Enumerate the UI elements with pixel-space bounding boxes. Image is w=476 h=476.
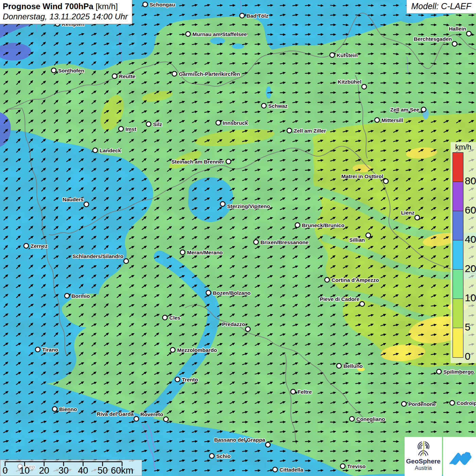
legend-tick-label: 40 [465, 234, 476, 244]
scale-tick-label: 30 [58, 466, 69, 475]
mountain-cloud-icon [446, 443, 473, 470]
city-label: Murnau am Staffelsee [192, 31, 247, 37]
city-label: Cles [169, 315, 181, 321]
title-unit: [km/h] [94, 2, 118, 11]
legend-tick-label: 10 [465, 293, 476, 303]
legend-segment [453, 211, 463, 240]
city-label: Kitzbühel [338, 79, 361, 85]
city-label: Mittersill [381, 117, 403, 123]
city-label: Codroipo [457, 400, 476, 406]
city-marker: Reutte [112, 73, 136, 79]
page-title: Prognose Wind 700hPa [km/h] [3, 2, 128, 11]
legend-title: km/h [451, 143, 476, 152]
city-marker: Trento [175, 377, 198, 382]
city-marker: Zernez [24, 243, 48, 249]
scale-tick-label: 20 [39, 466, 49, 475]
city-label: Belluno [343, 363, 363, 369]
city-label: Cittadella [279, 467, 303, 473]
legend-tick-label: 5 [465, 322, 471, 332]
model-label: Modell: C-LAEF [411, 1, 471, 11]
city-label: Zernez [31, 243, 48, 249]
scale-bar: 0102030405060km [0, 460, 142, 476]
city-label: Bozen/Bolzano [213, 290, 251, 296]
city-label: Schwaz [268, 103, 288, 109]
model-box: Modell: C-LAEF [406, 0, 476, 14]
city-marker: Bruneck/Brunico [295, 222, 344, 228]
legend-segment [453, 299, 463, 328]
city-label: Predazzo [222, 321, 245, 327]
city-label: Nauders [63, 197, 84, 202]
city-label: Treviso [347, 463, 366, 469]
city-label: Bormio [71, 293, 90, 299]
city-marker: Imst [119, 126, 136, 132]
city-marker: Feltre [291, 389, 312, 395]
legend-tick-label: 0 [465, 351, 471, 361]
scale-tick-label: 60km [111, 466, 133, 475]
partner-logo-box [443, 437, 476, 476]
legend-segment [453, 328, 463, 357]
city-label: Riva del Garda [97, 411, 134, 417]
city-label: Brixen/Bressanone [260, 239, 309, 245]
city-label: Innsbruck [223, 120, 248, 126]
city-label: Reutte [119, 73, 136, 79]
city-marker: Schio [209, 453, 231, 459]
city-label: Steinach am Brenner [171, 159, 224, 165]
geosphere-contours-icon [414, 438, 432, 457]
title-box: Prognose Wind 700hPa [km/h] Donnerstag, … [0, 0, 132, 24]
city-label: Sonthofen [58, 68, 84, 73]
city-label: Conegliano [356, 416, 385, 422]
city-label: Zell am See [390, 107, 420, 113]
legend-color-bar [453, 152, 463, 358]
city-marker: Mezzolombardo [170, 347, 217, 353]
city-label: Sterzing/Vipiteno [227, 203, 270, 209]
city-label: Spilimbergo [443, 369, 474, 375]
scale-tick-label: 50 [98, 466, 108, 475]
city-label: Zell am Ziller [294, 128, 326, 134]
city-label: Cortina d'Ampezzo [332, 277, 379, 283]
city-label: Kufstein [337, 52, 358, 58]
legend-segment [453, 270, 463, 299]
city-label: Hallein [449, 26, 466, 32]
geosphere-country: Austria [405, 465, 442, 471]
city-label: Mezzolombardo [177, 347, 217, 353]
legend-tick-label: 60 [465, 205, 476, 215]
city-label: Sillian [349, 237, 365, 243]
city-label: Bassano del Grappa [214, 437, 265, 443]
weather-map: SchongauBad TölzKemptenMurnau am Staffel… [0, 0, 476, 476]
city-label: Matrei in Osttirol [341, 173, 383, 179]
city-label: Schlanders/Silandro [72, 253, 123, 259]
city-label: Rovereto [140, 411, 163, 417]
city-label: Bruneck/Brunico [302, 222, 344, 228]
city-marker: Garmisch-Partenkirchen [172, 71, 240, 77]
title-text: Prognose Wind 700hPa [3, 2, 94, 11]
city-label: Bienno [59, 406, 77, 412]
city-marker: Treviso [340, 463, 366, 469]
scale-tick-label: 40 [78, 466, 88, 475]
legend-segment [453, 240, 463, 270]
legend-segment [453, 182, 463, 211]
city-label: Lienz [401, 210, 414, 216]
city-marker: Murnau am Staffelsee [186, 31, 247, 37]
city-marker: Cortina d'Ampezzo [325, 277, 379, 283]
city-marker: Steinach am Brenner [171, 159, 231, 165]
city-label: Meran/Merano [187, 250, 223, 255]
city-label: Bad Tölz [247, 13, 269, 19]
city-marker: Codroipo [450, 400, 476, 406]
city-label: Pordenone [408, 401, 436, 407]
city-label: Pieve di Cadore [320, 296, 360, 302]
city-label: Schio [216, 453, 231, 459]
city-label: Imst [125, 126, 136, 132]
city-marker: Belluno [337, 363, 363, 369]
legend: km/h 806040201050 [451, 142, 476, 363]
legend-tick-label: 20 [465, 264, 476, 274]
geosphere-name: GeoSphere [405, 458, 442, 465]
scale-tick-label: 10 [19, 466, 30, 475]
map-canvas: SchongauBad TölzKemptenMurnau am Staffel… [0, 0, 476, 476]
city-label: Berchtesgaden [414, 36, 452, 42]
city-label: Tirano [42, 347, 58, 353]
legend-tick-label: 80 [465, 176, 476, 186]
city-label: Garmisch-Partenkirchen [179, 71, 240, 77]
city-marker: Cles [163, 315, 181, 321]
city-marker: Schwaz [261, 103, 288, 109]
city-marker: Bienno [52, 406, 77, 412]
